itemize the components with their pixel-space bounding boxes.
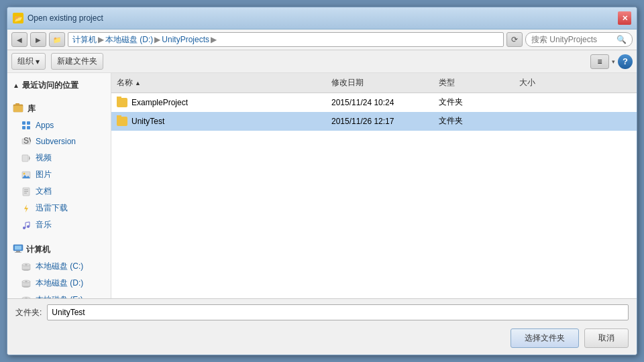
sidebar-item-subversion[interactable]: SVN Subversion <box>7 133 111 149</box>
organize-label: 组织 <box>17 56 34 67</box>
thunder-icon <box>21 203 32 214</box>
select-folder-button[interactable]: 选择文件夹 <box>511 328 579 348</box>
svg-rect-26 <box>16 251 20 253</box>
col-date-label: 修改日期 <box>331 77 364 88</box>
recent-header-label: 最近访问的位置 <box>22 80 78 91</box>
col-header-type[interactable]: 类型 <box>433 76 514 90</box>
filename-input[interactable] <box>47 304 629 320</box>
sidebar-recent-header[interactable]: ▲ 最近访问的位置 <box>7 76 111 94</box>
svg-rect-5 <box>22 126 25 129</box>
path-sep-2: ▶ <box>154 35 160 44</box>
main-content: ▲ 最近访问的位置 库 Apps SVN <box>7 73 637 298</box>
title-bar-left: 📂 Open existing project <box>13 13 103 23</box>
sidebar-item-pictures[interactable]: 图片 <box>7 166 111 183</box>
file-size <box>514 101 568 104</box>
dialog-icon: 📂 <box>13 13 23 23</box>
view-button[interactable]: ≡ <box>590 54 609 69</box>
col-header-size[interactable]: 大小 <box>514 76 568 90</box>
file-name: ExampleProject <box>131 98 188 107</box>
up-button[interactable]: 📁 <box>49 32 65 47</box>
file-date: 2015/11/26 12:17 <box>326 115 433 127</box>
sidebar-item-drive-c[interactable]: 本地磁盘 (C:) <box>7 258 111 275</box>
path-sep-1: ▶ <box>98 35 104 44</box>
organize-button[interactable]: 组织 ▾ <box>11 53 46 70</box>
svg-marker-18 <box>24 204 28 213</box>
toolbar-right: ≡ ▾ ? <box>590 54 633 69</box>
col-header-date[interactable]: 修改日期 <box>326 76 433 90</box>
apps-icon <box>21 120 32 131</box>
drive-c-label: 本地磁盘 (C:) <box>36 261 83 272</box>
file-size <box>514 120 568 123</box>
sidebar-item-apps[interactable]: Apps <box>7 117 111 133</box>
svg-rect-4 <box>27 121 30 125</box>
cancel-button[interactable]: 取消 <box>584 328 629 348</box>
sidebar-item-video[interactable]: 视频 <box>7 149 111 166</box>
sidebar-item-drive-e[interactable]: 本地磁盘 (E:) <box>7 292 111 298</box>
sidebar-item-music[interactable]: 音乐 <box>7 217 111 233</box>
video-icon <box>21 153 32 164</box>
table-row[interactable]: UnityTest 2015/11/26 12:17 文件夹 <box>111 112 637 131</box>
file-name: UnityTest <box>131 117 164 126</box>
svg-rect-1 <box>13 106 23 112</box>
search-input[interactable] <box>531 35 614 44</box>
new-folder-button[interactable]: 新建文件夹 <box>51 53 103 70</box>
path-sep-3: ▶ <box>211 35 217 44</box>
svg-rect-9 <box>22 155 28 162</box>
documents-icon <box>21 186 32 197</box>
drive-c-icon <box>21 261 32 272</box>
path-drive[interactable]: 本地磁盘 (D:) <box>105 34 153 46</box>
col-name-label: 名称 <box>117 77 133 88</box>
recent-collapse-icon: ▲ <box>13 82 19 89</box>
thunder-label: 迅雷下载 <box>36 202 68 214</box>
svn-icon: SVN <box>21 136 32 147</box>
sidebar-computer-header[interactable]: 计算机 <box>7 240 111 258</box>
help-button[interactable]: ? <box>618 54 633 69</box>
open-project-dialog: 📂 Open existing project ✕ ◀ ▶ 📁 计算机 ▶ 本地… <box>7 7 637 355</box>
search-icon: 🔍 <box>616 35 627 44</box>
svg-point-20 <box>27 225 30 228</box>
svg-text:SVN: SVN <box>23 137 31 145</box>
button-bar: 选择文件夹 取消 <box>7 326 637 355</box>
drive-d-label: 本地磁盘 (D:) <box>36 278 83 289</box>
file-list[interactable]: ExampleProject 2015/11/24 10:24 文件夹 Unit… <box>111 93 637 298</box>
svg-point-35 <box>25 281 28 282</box>
svg-marker-10 <box>29 156 30 161</box>
pictures-icon <box>21 170 32 180</box>
music-label: 音乐 <box>36 219 52 231</box>
svg-point-19 <box>23 227 25 229</box>
sidebar-item-thunder[interactable]: 迅雷下载 <box>7 200 111 217</box>
drive-e-icon <box>21 295 32 299</box>
file-list-area: 名称 ▲ 修改日期 类型 大小 ExampleProjec <box>111 73 637 298</box>
refresh-button[interactable]: ⟳ <box>506 32 523 47</box>
sidebar-library-header[interactable]: 库 <box>7 99 111 117</box>
close-button[interactable]: ✕ <box>618 11 631 25</box>
back-button[interactable]: ◀ <box>11 32 28 47</box>
library-icon <box>13 103 23 115</box>
svg-line-23 <box>25 222 30 223</box>
forward-button[interactable]: ▶ <box>30 32 46 47</box>
file-name-cell: ExampleProject <box>111 97 326 109</box>
file-type: 文件夹 <box>433 114 514 128</box>
bottom-area: 文件夹: 选择文件夹 取消 <box>7 298 637 355</box>
pictures-label: 图片 <box>36 169 52 180</box>
path-folder[interactable]: UnityProjects <box>162 35 209 44</box>
path-computer[interactable]: 计算机 <box>72 34 97 46</box>
computer-header-label: 计算机 <box>26 244 50 255</box>
subversion-label: Subversion <box>36 137 76 146</box>
view-icon: ≡ <box>597 57 602 66</box>
file-date: 2015/11/24 10:24 <box>326 97 433 109</box>
drive-d-icon <box>21 278 32 289</box>
file-list-header: 名称 ▲ 修改日期 类型 大小 <box>111 73 637 93</box>
svg-rect-6 <box>27 126 30 129</box>
sidebar-item-documents[interactable]: 文档 <box>7 183 111 200</box>
file-type: 文件夹 <box>433 95 514 109</box>
file-name-cell: UnityTest <box>111 115 326 127</box>
address-path[interactable]: 计算机 ▶ 本地磁盘 (D:) ▶ UnityProjects ▶ <box>68 32 504 47</box>
table-row[interactable]: ExampleProject 2015/11/24 10:24 文件夹 <box>111 93 637 112</box>
sidebar-item-drive-d[interactable]: 本地磁盘 (D:) <box>7 275 111 292</box>
svg-rect-3 <box>22 121 25 125</box>
col-type-label: 类型 <box>439 77 455 88</box>
search-box[interactable]: 🔍 <box>525 32 633 47</box>
col-header-name[interactable]: 名称 ▲ <box>111 76 326 90</box>
view-arrow-icon: ▾ <box>612 58 615 65</box>
